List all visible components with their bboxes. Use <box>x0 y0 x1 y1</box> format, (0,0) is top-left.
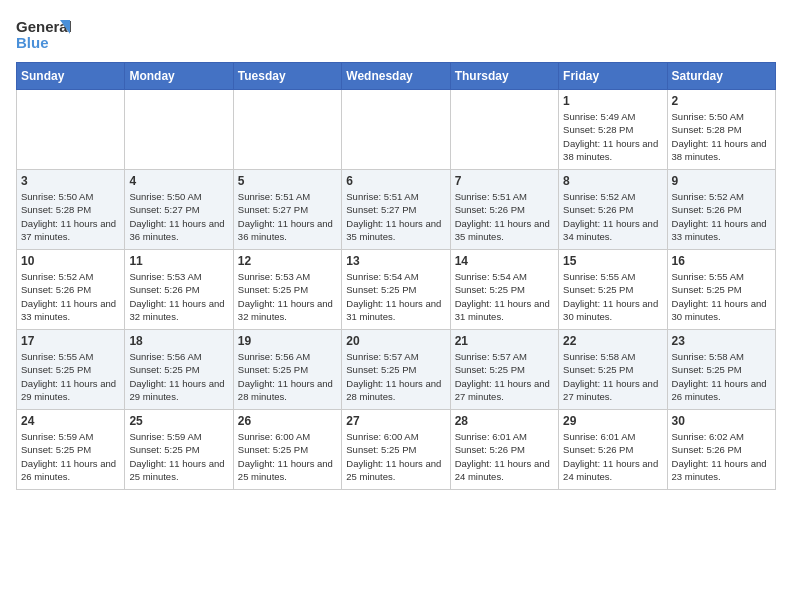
day-number: 26 <box>238 414 337 428</box>
day-number: 2 <box>672 94 771 108</box>
day-number: 22 <box>563 334 662 348</box>
calendar-cell: 18Sunrise: 5:56 AM Sunset: 5:25 PM Dayli… <box>125 330 233 410</box>
calendar-week-row: 1Sunrise: 5:49 AM Sunset: 5:28 PM Daylig… <box>17 90 776 170</box>
calendar-week-row: 10Sunrise: 5:52 AM Sunset: 5:26 PM Dayli… <box>17 250 776 330</box>
calendar-cell: 22Sunrise: 5:58 AM Sunset: 5:25 PM Dayli… <box>559 330 667 410</box>
day-number: 15 <box>563 254 662 268</box>
day-info: Sunrise: 6:01 AM Sunset: 5:26 PM Dayligh… <box>563 430 662 483</box>
calendar-cell: 3Sunrise: 5:50 AM Sunset: 5:28 PM Daylig… <box>17 170 125 250</box>
calendar-cell: 11Sunrise: 5:53 AM Sunset: 5:26 PM Dayli… <box>125 250 233 330</box>
calendar-cell: 29Sunrise: 6:01 AM Sunset: 5:26 PM Dayli… <box>559 410 667 490</box>
calendar-cell: 24Sunrise: 5:59 AM Sunset: 5:25 PM Dayli… <box>17 410 125 490</box>
calendar-cell: 6Sunrise: 5:51 AM Sunset: 5:27 PM Daylig… <box>342 170 450 250</box>
calendar-cell: 7Sunrise: 5:51 AM Sunset: 5:26 PM Daylig… <box>450 170 558 250</box>
weekday-header: Thursday <box>450 63 558 90</box>
day-info: Sunrise: 5:50 AM Sunset: 5:28 PM Dayligh… <box>672 110 771 163</box>
day-info: Sunrise: 5:59 AM Sunset: 5:25 PM Dayligh… <box>129 430 228 483</box>
day-info: Sunrise: 5:56 AM Sunset: 5:25 PM Dayligh… <box>129 350 228 403</box>
calendar-cell: 14Sunrise: 5:54 AM Sunset: 5:25 PM Dayli… <box>450 250 558 330</box>
day-info: Sunrise: 5:52 AM Sunset: 5:26 PM Dayligh… <box>563 190 662 243</box>
calendar-cell: 25Sunrise: 5:59 AM Sunset: 5:25 PM Dayli… <box>125 410 233 490</box>
calendar-cell: 19Sunrise: 5:56 AM Sunset: 5:25 PM Dayli… <box>233 330 341 410</box>
day-info: Sunrise: 5:49 AM Sunset: 5:28 PM Dayligh… <box>563 110 662 163</box>
calendar-cell: 28Sunrise: 6:01 AM Sunset: 5:26 PM Dayli… <box>450 410 558 490</box>
day-info: Sunrise: 5:52 AM Sunset: 5:26 PM Dayligh… <box>672 190 771 243</box>
calendar-cell: 17Sunrise: 5:55 AM Sunset: 5:25 PM Dayli… <box>17 330 125 410</box>
day-info: Sunrise: 5:54 AM Sunset: 5:25 PM Dayligh… <box>455 270 554 323</box>
calendar-cell: 4Sunrise: 5:50 AM Sunset: 5:27 PM Daylig… <box>125 170 233 250</box>
weekday-header: Saturday <box>667 63 775 90</box>
day-info: Sunrise: 6:00 AM Sunset: 5:25 PM Dayligh… <box>238 430 337 483</box>
day-number: 12 <box>238 254 337 268</box>
day-number: 27 <box>346 414 445 428</box>
day-number: 28 <box>455 414 554 428</box>
day-info: Sunrise: 6:02 AM Sunset: 5:26 PM Dayligh… <box>672 430 771 483</box>
day-info: Sunrise: 5:53 AM Sunset: 5:25 PM Dayligh… <box>238 270 337 323</box>
calendar-table: SundayMondayTuesdayWednesdayThursdayFrid… <box>16 62 776 490</box>
calendar-cell: 9Sunrise: 5:52 AM Sunset: 5:26 PM Daylig… <box>667 170 775 250</box>
calendar-cell <box>342 90 450 170</box>
day-number: 23 <box>672 334 771 348</box>
calendar-cell: 26Sunrise: 6:00 AM Sunset: 5:25 PM Dayli… <box>233 410 341 490</box>
day-info: Sunrise: 6:00 AM Sunset: 5:25 PM Dayligh… <box>346 430 445 483</box>
day-info: Sunrise: 5:55 AM Sunset: 5:25 PM Dayligh… <box>563 270 662 323</box>
weekday-header: Friday <box>559 63 667 90</box>
day-info: Sunrise: 5:56 AM Sunset: 5:25 PM Dayligh… <box>238 350 337 403</box>
weekday-header: Tuesday <box>233 63 341 90</box>
day-info: Sunrise: 5:54 AM Sunset: 5:25 PM Dayligh… <box>346 270 445 323</box>
day-number: 8 <box>563 174 662 188</box>
day-info: Sunrise: 5:58 AM Sunset: 5:25 PM Dayligh… <box>563 350 662 403</box>
day-number: 4 <box>129 174 228 188</box>
calendar-cell <box>233 90 341 170</box>
calendar-cell <box>17 90 125 170</box>
day-number: 17 <box>21 334 120 348</box>
weekday-header: Monday <box>125 63 233 90</box>
day-number: 10 <box>21 254 120 268</box>
day-info: Sunrise: 5:50 AM Sunset: 5:27 PM Dayligh… <box>129 190 228 243</box>
day-info: Sunrise: 5:50 AM Sunset: 5:28 PM Dayligh… <box>21 190 120 243</box>
calendar-cell: 12Sunrise: 5:53 AM Sunset: 5:25 PM Dayli… <box>233 250 341 330</box>
day-number: 29 <box>563 414 662 428</box>
calendar-cell: 16Sunrise: 5:55 AM Sunset: 5:25 PM Dayli… <box>667 250 775 330</box>
weekday-header: Sunday <box>17 63 125 90</box>
calendar-cell: 21Sunrise: 5:57 AM Sunset: 5:25 PM Dayli… <box>450 330 558 410</box>
page-header: GeneralBlue <box>16 16 776 54</box>
day-number: 11 <box>129 254 228 268</box>
day-number: 19 <box>238 334 337 348</box>
calendar-cell: 20Sunrise: 5:57 AM Sunset: 5:25 PM Dayli… <box>342 330 450 410</box>
day-info: Sunrise: 5:59 AM Sunset: 5:25 PM Dayligh… <box>21 430 120 483</box>
day-number: 5 <box>238 174 337 188</box>
calendar-week-row: 17Sunrise: 5:55 AM Sunset: 5:25 PM Dayli… <box>17 330 776 410</box>
calendar-cell: 5Sunrise: 5:51 AM Sunset: 5:27 PM Daylig… <box>233 170 341 250</box>
day-info: Sunrise: 5:57 AM Sunset: 5:25 PM Dayligh… <box>455 350 554 403</box>
calendar-cell: 1Sunrise: 5:49 AM Sunset: 5:28 PM Daylig… <box>559 90 667 170</box>
day-number: 13 <box>346 254 445 268</box>
day-number: 6 <box>346 174 445 188</box>
day-number: 3 <box>21 174 120 188</box>
calendar-cell: 13Sunrise: 5:54 AM Sunset: 5:25 PM Dayli… <box>342 250 450 330</box>
logo: GeneralBlue <box>16 16 76 54</box>
logo-svg: GeneralBlue <box>16 16 76 54</box>
day-info: Sunrise: 5:51 AM Sunset: 5:26 PM Dayligh… <box>455 190 554 243</box>
calendar-cell: 15Sunrise: 5:55 AM Sunset: 5:25 PM Dayli… <box>559 250 667 330</box>
calendar-cell: 23Sunrise: 5:58 AM Sunset: 5:25 PM Dayli… <box>667 330 775 410</box>
calendar-cell <box>450 90 558 170</box>
day-number: 20 <box>346 334 445 348</box>
calendar-week-row: 3Sunrise: 5:50 AM Sunset: 5:28 PM Daylig… <box>17 170 776 250</box>
day-info: Sunrise: 5:55 AM Sunset: 5:25 PM Dayligh… <box>672 270 771 323</box>
day-info: Sunrise: 5:53 AM Sunset: 5:26 PM Dayligh… <box>129 270 228 323</box>
day-number: 21 <box>455 334 554 348</box>
day-info: Sunrise: 5:57 AM Sunset: 5:25 PM Dayligh… <box>346 350 445 403</box>
day-number: 16 <box>672 254 771 268</box>
svg-text:Blue: Blue <box>16 34 49 51</box>
calendar-cell: 10Sunrise: 5:52 AM Sunset: 5:26 PM Dayli… <box>17 250 125 330</box>
calendar-cell: 27Sunrise: 6:00 AM Sunset: 5:25 PM Dayli… <box>342 410 450 490</box>
day-number: 30 <box>672 414 771 428</box>
day-number: 7 <box>455 174 554 188</box>
day-info: Sunrise: 6:01 AM Sunset: 5:26 PM Dayligh… <box>455 430 554 483</box>
day-number: 9 <box>672 174 771 188</box>
day-number: 1 <box>563 94 662 108</box>
day-number: 25 <box>129 414 228 428</box>
day-info: Sunrise: 5:58 AM Sunset: 5:25 PM Dayligh… <box>672 350 771 403</box>
weekday-header: Wednesday <box>342 63 450 90</box>
